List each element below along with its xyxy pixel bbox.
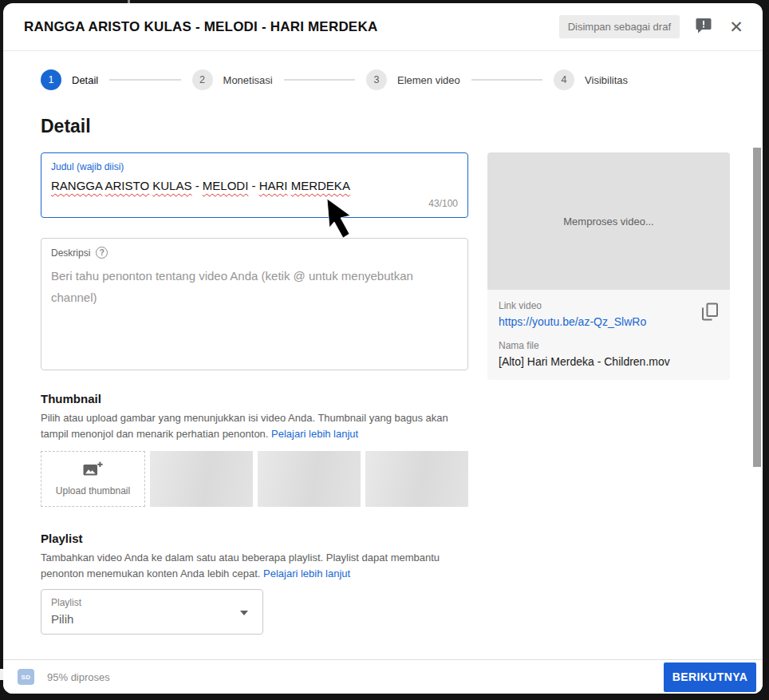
upload-stepper: 1 Detail 2 Monetisasi 3 Elemen video 4 V… — [41, 69, 628, 90]
playlist-select-value: Pilih — [51, 612, 253, 626]
step-visibilitas[interactable]: 4 Visibilitas — [554, 69, 628, 90]
title-field-label: Judul (wajib diisi) — [51, 161, 458, 172]
step-number: 2 — [192, 69, 213, 90]
dialog-title: RANGGA ARISTO KULAS - MELODI - HARI MERD… — [24, 19, 559, 35]
video-preview-area: Memproses video... — [487, 152, 730, 290]
step-detail[interactable]: 1 Detail — [41, 69, 98, 90]
video-link-label: Link video — [499, 300, 719, 311]
playlist-learn-more-link[interactable]: Pelajari lebih lanjut — [263, 568, 350, 579]
upload-thumbnail-label: Upload thumbnail — [56, 485, 130, 496]
scrollbar-track[interactable] — [752, 51, 763, 659]
video-description-field[interactable]: Deskripsi ? Beri tahu penonton tentang v… — [41, 238, 468, 370]
processing-status-text: Memproses video... — [563, 216, 653, 227]
scrollbar-thumb[interactable] — [753, 148, 761, 467]
description-field-label: Deskripsi — [51, 247, 90, 259]
playlist-description: Tambahkan video Anda ke dalam satu atau … — [41, 550, 468, 582]
processing-progress-text: 95% diproses — [47, 671, 664, 683]
dialog-content: 1 Detail 2 Monetisasi 3 Elemen video 4 V… — [3, 51, 763, 659]
filename-value: [Alto] Hari Merdeka - Children.mov — [499, 355, 719, 368]
thumbnail-row: Upload thumbnail — [41, 451, 468, 507]
step-connector — [284, 79, 355, 81]
feedback-button[interactable] — [694, 18, 713, 37]
copy-link-button[interactable] — [700, 303, 720, 323]
upload-video-dialog: RANGGA ARISTO KULAS - MELODI - HARI MERD… — [3, 3, 763, 694]
chevron-down-icon — [240, 611, 248, 615]
video-link[interactable]: https://youtu.be/az-Qz_SlwRo — [499, 315, 646, 328]
step-connector — [471, 79, 542, 81]
step-number: 3 — [366, 69, 387, 90]
step-elemen-video[interactable]: 3 Elemen video — [366, 69, 460, 90]
copy-icon — [701, 312, 719, 324]
video-preview-card: Memproses video... Link video https://yo… — [487, 152, 730, 380]
feedback-icon — [695, 17, 712, 37]
video-title-text: RANGGA ARISTO KULAS - MELODI - HARI MERD… — [51, 177, 458, 195]
video-info-panel: Link video https://youtu.be/az-Qz_SlwRo … — [487, 290, 730, 380]
description-placeholder: Beri tahu penonton tentang video Anda (k… — [51, 265, 432, 308]
next-button[interactable]: BERIKUTNYA — [664, 662, 756, 692]
playlist-select[interactable]: Playlist Pilih — [41, 589, 263, 635]
thumbnail-learn-more-link[interactable]: Pelajari lebih lanjut — [271, 428, 358, 440]
title-char-counter: 43/100 — [51, 198, 458, 209]
filename-label: Nama file — [499, 340, 719, 351]
thumbnail-placeholder[interactable] — [365, 451, 468, 507]
thumbnail-placeholder[interactable] — [258, 451, 361, 507]
add-photo-icon — [83, 461, 103, 481]
thumbnail-placeholder[interactable] — [150, 451, 253, 507]
thumbnail-description: Pilih atau upload gambar yang menunjukka… — [41, 410, 468, 442]
audience-heading: Penonton — [41, 656, 468, 659]
playlist-heading: Playlist — [41, 532, 468, 545]
close-button[interactable]: ✕ — [726, 17, 747, 38]
step-number: 4 — [554, 69, 574, 90]
page-title: Detail — [41, 116, 763, 137]
video-title-field[interactable]: Judul (wajib diisi) RANGGA ARISTO KULAS … — [41, 152, 468, 218]
close-icon: ✕ — [729, 18, 743, 36]
step-number: 1 — [41, 69, 61, 90]
sd-quality-icon: SD — [18, 669, 34, 685]
upload-thumbnail-button[interactable]: Upload thumbnail — [41, 451, 145, 507]
dialog-header: RANGGA ARISTO KULAS - MELODI - HARI MERD… — [3, 3, 763, 51]
step-monetisasi[interactable]: 2 Monetisasi — [192, 69, 273, 90]
thumbnail-heading: Thumbnail — [41, 392, 468, 405]
help-icon[interactable]: ? — [96, 247, 108, 259]
playlist-select-label: Playlist — [51, 597, 253, 608]
dialog-footer: SD 95% diproses BERIKUTNYA — [3, 659, 763, 694]
step-connector — [109, 79, 180, 81]
draft-status-badge: Disimpan sebagai draf — [559, 15, 680, 38]
